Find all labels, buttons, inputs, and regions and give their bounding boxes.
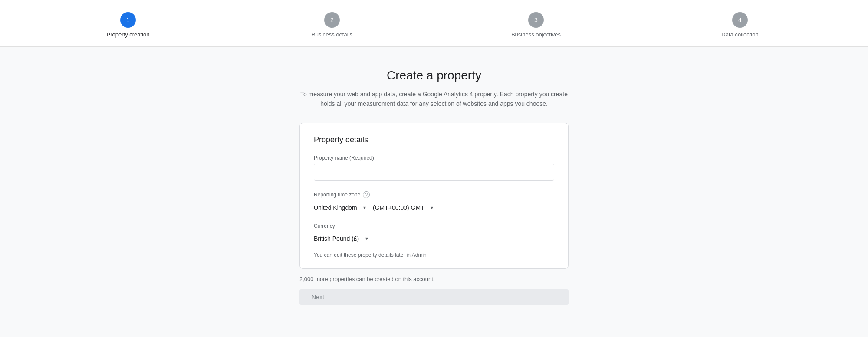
step-2: 2 Business details	[230, 12, 434, 38]
step-1-label: Property creation	[107, 31, 150, 38]
step-3-label: Business objectives	[511, 31, 561, 38]
step-1-circle: 1	[120, 12, 136, 28]
currency-section: Currency British Pound (£) ▾	[314, 223, 554, 245]
main-content: Create a property To measure your web an…	[0, 47, 868, 322]
timezone-row: United Kingdom ▾ (GMT+00:00) GMT ▾	[314, 202, 554, 214]
country-select-wrapper: United Kingdom ▾	[314, 202, 368, 214]
currency-select[interactable]: British Pound (£)	[314, 232, 370, 245]
card-title: Property details	[314, 135, 554, 144]
step-2-label: Business details	[312, 31, 352, 38]
timezone-select-wrapper: (GMT+00:00) GMT ▾	[373, 202, 435, 214]
step-2-circle: 2	[324, 12, 340, 28]
stepper: 1 Property creation 2 Business details 3…	[0, 0, 868, 47]
next-button[interactable]: Next	[299, 289, 569, 305]
timezone-section-label: Reporting time zone ?	[314, 191, 554, 198]
currency-select-wrapper: British Pound (£) ▾	[314, 232, 370, 245]
step-4: 4 Data collection	[638, 12, 842, 38]
country-select[interactable]: United Kingdom	[314, 202, 368, 214]
step-4-circle: 4	[732, 12, 748, 28]
edit-note: You can edit these property details late…	[314, 252, 554, 258]
page-title: Create a property	[387, 69, 481, 82]
step-3-circle: 3	[528, 12, 544, 28]
properties-count: 2,000 more properties can be created on …	[299, 276, 569, 282]
property-name-label: Property name (Required)	[314, 155, 554, 161]
currency-label: Currency	[314, 223, 554, 229]
step-3: 3 Business objectives	[434, 12, 638, 38]
page-description: To measure your web and app data, create…	[299, 89, 569, 109]
step-1: 1 Property creation	[26, 12, 230, 38]
property-details-card: Property details Property name (Required…	[299, 123, 569, 269]
timezone-help-icon[interactable]: ?	[363, 191, 370, 198]
step-4-label: Data collection	[721, 31, 758, 38]
timezone-select[interactable]: (GMT+00:00) GMT	[373, 202, 435, 214]
property-name-input[interactable]	[314, 164, 554, 181]
